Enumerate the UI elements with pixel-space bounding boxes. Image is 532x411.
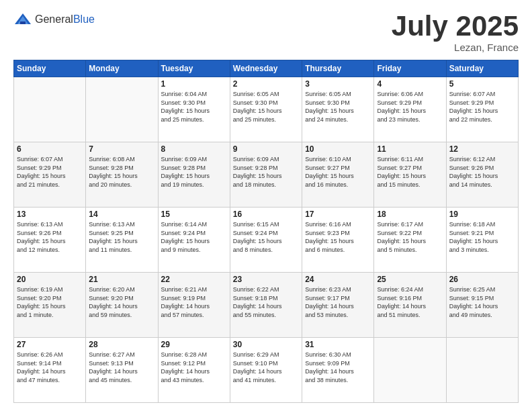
table-row: 30Sunrise: 6:29 AM Sunset: 9:10 PM Dayli… [230, 338, 302, 403]
table-row: 14Sunrise: 6:13 AM Sunset: 9:25 PM Dayli… [86, 208, 158, 273]
day-number: 9 [233, 144, 299, 154]
table-row: 10Sunrise: 6:10 AM Sunset: 9:27 PM Dayli… [302, 142, 374, 208]
col-saturday: Saturday [446, 60, 518, 77]
table-row: 13Sunrise: 6:13 AM Sunset: 9:26 PM Dayli… [14, 208, 86, 273]
table-row: 21Sunrise: 6:20 AM Sunset: 9:20 PM Dayli… [86, 273, 158, 338]
cell-info: Sunrise: 6:08 AM Sunset: 9:28 PM Dayligh… [89, 155, 154, 189]
day-number: 17 [305, 210, 371, 219]
table-row [446, 338, 518, 403]
cell-info: Sunrise: 6:09 AM Sunset: 9:28 PM Dayligh… [161, 155, 227, 189]
cell-info: Sunrise: 6:26 AM Sunset: 9:14 PM Dayligh… [17, 351, 83, 384]
calendar-week-row: 27Sunrise: 6:26 AM Sunset: 9:14 PM Dayli… [14, 338, 519, 403]
header: GeneralBlue July 2025 Lezan, France [13, 12, 519, 53]
cell-info: Sunrise: 6:06 AM Sunset: 9:29 PM Dayligh… [377, 90, 443, 124]
day-number: 18 [377, 210, 443, 219]
table-row: 5Sunrise: 6:07 AM Sunset: 9:29 PM Daylig… [446, 77, 518, 142]
table-row: 16Sunrise: 6:15 AM Sunset: 9:24 PM Dayli… [230, 208, 302, 273]
col-monday: Monday [86, 60, 158, 77]
table-row: 15Sunrise: 6:14 AM Sunset: 9:24 PM Dayli… [158, 208, 230, 273]
cell-info: Sunrise: 6:13 AM Sunset: 9:25 PM Dayligh… [89, 220, 154, 254]
cell-info: Sunrise: 6:27 AM Sunset: 9:13 PM Dayligh… [89, 351, 154, 384]
table-row: 20Sunrise: 6:19 AM Sunset: 9:20 PM Dayli… [14, 273, 86, 338]
table-row: 2Sunrise: 6:05 AM Sunset: 9:30 PM Daylig… [230, 77, 302, 142]
day-number: 11 [377, 144, 443, 154]
day-number: 23 [233, 275, 299, 284]
table-row [374, 338, 446, 403]
day-number: 24 [305, 275, 371, 284]
logo-blue-text: Blue [73, 13, 95, 25]
cell-info: Sunrise: 6:17 AM Sunset: 9:22 PM Dayligh… [377, 220, 443, 254]
table-row: 25Sunrise: 6:24 AM Sunset: 9:16 PM Dayli… [374, 273, 446, 338]
cell-info: Sunrise: 6:15 AM Sunset: 9:24 PM Dayligh… [233, 220, 299, 254]
cell-info: Sunrise: 6:04 AM Sunset: 9:30 PM Dayligh… [161, 90, 227, 124]
logo: GeneralBlue [13, 12, 95, 27]
month-title: July 2025 [392, 12, 519, 40]
table-row: 7Sunrise: 6:08 AM Sunset: 9:28 PM Daylig… [86, 142, 158, 208]
calendar-week-row: 1Sunrise: 6:04 AM Sunset: 9:30 PM Daylig… [14, 77, 519, 142]
table-row: 1Sunrise: 6:04 AM Sunset: 9:30 PM Daylig… [158, 77, 230, 142]
day-number: 31 [305, 340, 371, 349]
day-number: 25 [377, 275, 443, 284]
cell-info: Sunrise: 6:20 AM Sunset: 9:20 PM Dayligh… [89, 285, 154, 319]
cell-info: Sunrise: 6:21 AM Sunset: 9:19 PM Dayligh… [161, 285, 227, 319]
day-number: 6 [17, 144, 83, 154]
day-number: 16 [233, 210, 299, 219]
cell-info: Sunrise: 6:28 AM Sunset: 9:12 PM Dayligh… [161, 351, 227, 384]
day-number: 21 [89, 275, 154, 284]
day-number: 8 [161, 144, 227, 154]
logo-text: GeneralBlue [35, 13, 95, 26]
table-row: 6Sunrise: 6:07 AM Sunset: 9:29 PM Daylig… [14, 142, 86, 208]
cell-info: Sunrise: 6:14 AM Sunset: 9:24 PM Dayligh… [161, 220, 227, 254]
cell-info: Sunrise: 6:24 AM Sunset: 9:16 PM Dayligh… [377, 285, 443, 319]
svg-rect-2 [20, 21, 26, 24]
cell-info: Sunrise: 6:11 AM Sunset: 9:27 PM Dayligh… [377, 155, 443, 189]
day-number: 10 [305, 144, 371, 154]
cell-info: Sunrise: 6:16 AM Sunset: 9:23 PM Dayligh… [305, 220, 371, 254]
table-row: 23Sunrise: 6:22 AM Sunset: 9:18 PM Dayli… [230, 273, 302, 338]
col-friday: Friday [374, 60, 446, 77]
table-row: 29Sunrise: 6:28 AM Sunset: 9:12 PM Dayli… [158, 338, 230, 403]
table-row: 27Sunrise: 6:26 AM Sunset: 9:14 PM Dayli… [14, 338, 86, 403]
table-row: 19Sunrise: 6:18 AM Sunset: 9:21 PM Dayli… [446, 208, 518, 273]
table-row: 18Sunrise: 6:17 AM Sunset: 9:22 PM Dayli… [374, 208, 446, 273]
table-row: 11Sunrise: 6:11 AM Sunset: 9:27 PM Dayli… [374, 142, 446, 208]
day-number: 12 [449, 144, 515, 154]
day-number: 30 [233, 340, 299, 349]
calendar-page: GeneralBlue July 2025 Lezan, France Sund… [0, 0, 532, 411]
col-thursday: Thursday [302, 60, 374, 77]
table-row: 22Sunrise: 6:21 AM Sunset: 9:19 PM Dayli… [158, 273, 230, 338]
day-number: 26 [449, 275, 515, 284]
cell-info: Sunrise: 6:07 AM Sunset: 9:29 PM Dayligh… [449, 90, 515, 124]
table-row: 31Sunrise: 6:30 AM Sunset: 9:09 PM Dayli… [302, 338, 374, 403]
cell-info: Sunrise: 6:23 AM Sunset: 9:17 PM Dayligh… [305, 285, 371, 319]
cell-info: Sunrise: 6:19 AM Sunset: 9:20 PM Dayligh… [17, 285, 83, 319]
cell-info: Sunrise: 6:30 AM Sunset: 9:09 PM Dayligh… [305, 351, 371, 384]
day-number: 28 [89, 340, 154, 349]
table-row: 12Sunrise: 6:12 AM Sunset: 9:26 PM Dayli… [446, 142, 518, 208]
table-row: 9Sunrise: 6:09 AM Sunset: 9:28 PM Daylig… [230, 142, 302, 208]
col-tuesday: Tuesday [158, 60, 230, 77]
logo-icon [13, 12, 32, 27]
day-number: 19 [449, 210, 515, 219]
cell-info: Sunrise: 6:12 AM Sunset: 9:26 PM Dayligh… [449, 155, 515, 189]
cell-info: Sunrise: 6:10 AM Sunset: 9:27 PM Dayligh… [305, 155, 371, 189]
cell-info: Sunrise: 6:05 AM Sunset: 9:30 PM Dayligh… [305, 90, 371, 124]
day-number: 7 [89, 144, 154, 154]
table-row [86, 77, 158, 142]
day-number: 5 [449, 79, 515, 89]
day-number: 3 [305, 79, 371, 89]
table-row: 24Sunrise: 6:23 AM Sunset: 9:17 PM Dayli… [302, 273, 374, 338]
cell-info: Sunrise: 6:05 AM Sunset: 9:30 PM Dayligh… [233, 90, 299, 124]
calendar-week-row: 6Sunrise: 6:07 AM Sunset: 9:29 PM Daylig… [14, 142, 519, 208]
day-number: 20 [17, 275, 83, 284]
cell-info: Sunrise: 6:22 AM Sunset: 9:18 PM Dayligh… [233, 285, 299, 319]
table-row: 17Sunrise: 6:16 AM Sunset: 9:23 PM Dayli… [302, 208, 374, 273]
table-row: 28Sunrise: 6:27 AM Sunset: 9:13 PM Dayli… [86, 338, 158, 403]
day-number: 4 [377, 79, 443, 89]
day-number: 1 [161, 79, 227, 89]
calendar-week-row: 13Sunrise: 6:13 AM Sunset: 9:26 PM Dayli… [14, 208, 519, 273]
day-number: 29 [161, 340, 227, 349]
cell-info: Sunrise: 6:18 AM Sunset: 9:21 PM Dayligh… [449, 220, 515, 254]
location: Lezan, France [392, 42, 519, 53]
day-number: 13 [17, 210, 83, 219]
